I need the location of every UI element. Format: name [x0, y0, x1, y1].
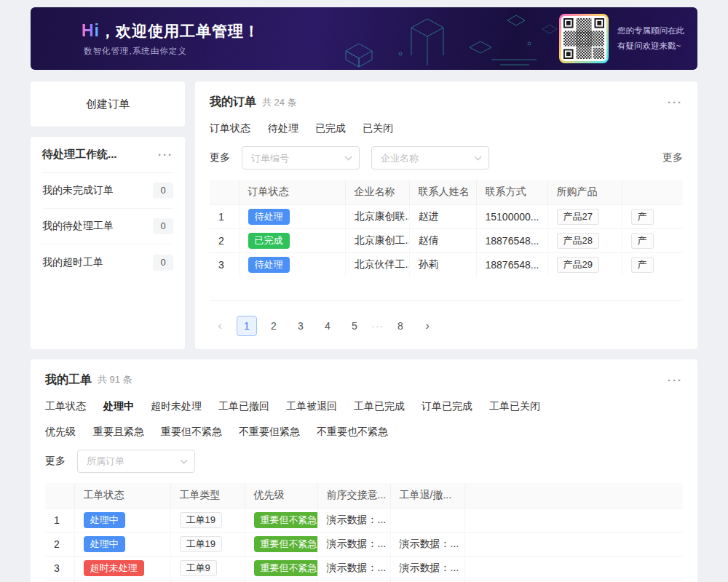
- left-sidebar: 创建订单 待处理工作统... ··· 我的未完成订单 0 我的待处理工单 0 我…: [31, 81, 185, 349]
- filter-option-processing[interactable]: 处理中: [103, 400, 134, 413]
- col-extra: [464, 483, 683, 509]
- parent-order-select[interactable]: [77, 450, 195, 473]
- col-index: [45, 483, 74, 509]
- tickets-table: 工单状态 工单类型 优先级 前序交接意... 工单退/撤... 1 处理中 工单…: [45, 483, 683, 582]
- create-order-button[interactable]: 创建订单: [31, 81, 185, 127]
- handover-cell: 演示数据：...: [317, 556, 390, 580]
- order-status-badge: 已完成: [248, 233, 290, 249]
- orders-more-link[interactable]: 更多: [662, 151, 683, 164]
- ticket-status-filter-label: 工单状态: [45, 400, 86, 413]
- company-name-input[interactable]: [371, 146, 489, 170]
- pagination-page-5[interactable]: 5: [344, 316, 365, 336]
- orders-panel-title: 我的订单: [210, 95, 256, 110]
- orders-table-empty-space: [210, 277, 683, 301]
- priority-option-2[interactable]: 重要但不紧急: [161, 426, 222, 439]
- priority-badge: 重要但不紧急: [254, 536, 318, 552]
- order-status-filter: 订单状态 待处理 已完成 已关闭: [210, 122, 683, 135]
- advisor-text: 您的专属顾问在此 有疑问欢迎来戳~: [617, 23, 684, 53]
- phone-cell: 18876548...: [476, 229, 547, 253]
- order-row[interactable]: 2 已完成 北京康创工... 赵倩 18876548... 产品28 产: [210, 229, 683, 253]
- orders-ellipsis-menu-icon[interactable]: ···: [668, 97, 683, 108]
- filter-option-ticket-closed[interactable]: 工单已关闭: [489, 400, 540, 413]
- tickets-more-filters-row: 更多: [45, 450, 683, 473]
- priority-option-4[interactable]: 不重要也不紧急: [317, 426, 388, 439]
- handover-cell: 演示数据：...: [317, 508, 390, 532]
- tickets-panel-title: 我的工单: [45, 372, 92, 388]
- ticket-type-tag: 工单19: [180, 512, 222, 528]
- company-cell: 北京康创联...: [345, 205, 409, 229]
- orders-count: 共 24 条: [262, 96, 297, 109]
- ticket-status-filter: 工单状态 处理中 超时未处理 工单已撤回 工单被退回 工单已完成 订单已完成 工…: [45, 400, 683, 413]
- ticket-status-badge: 超时未处理: [84, 560, 144, 576]
- stat-count-badge: 0: [153, 255, 173, 271]
- tickets-ellipsis-menu-icon[interactable]: ···: [668, 375, 683, 386]
- company-name-select[interactable]: [371, 146, 489, 170]
- stat-label: 我的超时工单: [42, 256, 103, 269]
- order-row[interactable]: 1 待处理 北京康创联... 赵进 15100000... 产品27 产: [210, 205, 683, 229]
- filter-option-pending[interactable]: 待处理: [268, 122, 298, 135]
- col-contact-phone: 联系方式: [476, 180, 547, 205]
- col-handover-note: 前序交接意...: [317, 483, 390, 509]
- filter-option-recalled[interactable]: 工单已撤回: [218, 400, 269, 413]
- order-status-badge: 待处理: [248, 257, 290, 273]
- parent-order-input[interactable]: [77, 450, 195, 473]
- col-ticket-status: 工单状态: [74, 483, 170, 509]
- order-number-input[interactable]: [242, 146, 360, 170]
- order-number-select[interactable]: [242, 146, 360, 170]
- order-status-badge: 待处理: [248, 209, 290, 225]
- pagination-prev-icon[interactable]: ‹: [210, 316, 230, 336]
- ticket-row[interactable]: 3 超时未处理 工单9 重要但不紧急 演示数据：... 演示数据：...: [45, 556, 683, 580]
- pagination-page-8[interactable]: 8: [390, 316, 411, 336]
- ticket-row[interactable]: 1 处理中 工单19 重要但不紧急 演示数据：...: [45, 508, 683, 532]
- advisor-line1: 您的专属顾问在此: [617, 23, 684, 39]
- pagination-page-3[interactable]: 3: [290, 316, 311, 336]
- orders-more-filters-row: 更多 更多: [210, 146, 683, 170]
- banner-advisor-area: 您的专属顾问在此 有疑问欢迎来戳~: [559, 14, 684, 63]
- filter-option-order-done[interactable]: 订单已完成: [422, 400, 472, 413]
- stats-card-ellipsis-menu-icon[interactable]: ···: [158, 149, 173, 160]
- filter-option-ticket-done[interactable]: 工单已完成: [354, 400, 405, 413]
- banner-text: Hi，欢迎使用工单管理！ 数智化管理,系统由你定义: [31, 21, 260, 57]
- product-tag: 产品28: [557, 233, 599, 249]
- col-priority: 优先级: [245, 483, 317, 509]
- filter-option-done[interactable]: 已完成: [315, 122, 346, 135]
- product-tag-truncated: 产: [631, 209, 654, 225]
- filter-option-returned[interactable]: 工单被退回: [286, 400, 337, 413]
- filter-option-closed[interactable]: 已关闭: [363, 122, 393, 135]
- pagination-ellipsis-icon[interactable]: ···: [371, 320, 384, 332]
- priority-option-1[interactable]: 重要且紧急: [93, 426, 144, 439]
- col-index: [210, 180, 239, 205]
- contact-cell: 孙莉: [409, 253, 476, 277]
- priority-filter: 优先级 重要且紧急 重要但不紧急 不重要但紧急 不重要也不紧急: [45, 426, 683, 439]
- pagination-page-1[interactable]: 1: [237, 316, 257, 336]
- qr-code-image: [561, 16, 606, 61]
- stat-item-pending-tickets[interactable]: 我的待处理工单 0: [42, 209, 173, 244]
- advisor-line2: 有疑问欢迎来戳~: [617, 39, 684, 54]
- return-cell: [390, 508, 464, 532]
- pagination-page-4[interactable]: 4: [317, 316, 338, 336]
- row-index: 1: [45, 508, 74, 532]
- row-index: 2: [45, 532, 74, 556]
- product-tag: 产品27: [557, 209, 599, 225]
- tickets-more-label: 更多: [45, 455, 66, 468]
- filter-option-overdue[interactable]: 超时未处理: [151, 400, 202, 413]
- my-tickets-panel: 我的工单 共 91 条 ··· 工单状态 处理中 超时未处理 工单已撤回 工单被…: [31, 359, 697, 582]
- stats-card-title: 待处理工作统...: [42, 148, 117, 162]
- stat-count-badge: 0: [153, 183, 173, 199]
- row-index: 3: [210, 253, 239, 277]
- stat-item-unfinished-orders[interactable]: 我的未完成订单 0: [42, 173, 173, 209]
- pagination-page-2[interactable]: 2: [264, 316, 284, 336]
- priority-option-3[interactable]: 不重要但紧急: [239, 426, 300, 439]
- col-product: 所购产品: [547, 180, 622, 205]
- qr-code-frame: [559, 14, 609, 63]
- pagination-next-icon[interactable]: ›: [417, 316, 438, 336]
- product-tag-truncated: 产: [631, 233, 654, 249]
- order-row[interactable]: 3 待处理 北京伙伴工... 孙莉 18876548... 产品29 产: [210, 253, 683, 277]
- tickets-count: 共 91 条: [98, 373, 132, 386]
- ticket-status-badge: 处理中: [84, 536, 125, 552]
- row-index: 2: [210, 229, 239, 253]
- col-order-status: 订单状态: [239, 180, 345, 205]
- my-orders-panel: 我的订单 共 24 条 ··· 订单状态 待处理 已完成 已关闭 更多: [195, 81, 697, 349]
- ticket-row[interactable]: 2 处理中 工单19 重要但不紧急 演示数据：... 演示数据：...: [45, 532, 683, 556]
- stat-item-overdue-tickets[interactable]: 我的超时工单 0: [42, 244, 173, 280]
